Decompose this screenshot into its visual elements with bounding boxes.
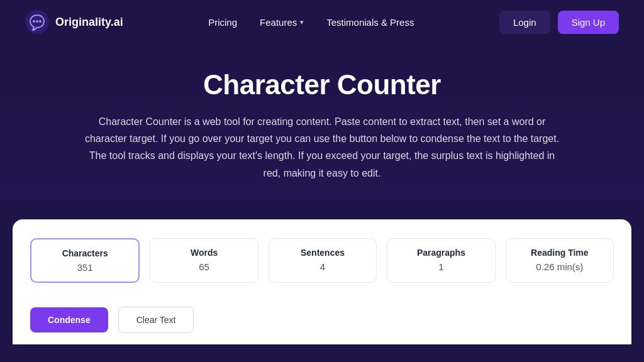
logo-icon xyxy=(25,10,49,34)
condense-button[interactable]: Condense xyxy=(30,307,108,332)
stat-characters-label: Characters xyxy=(42,248,128,258)
stat-words-value: 65 xyxy=(160,261,247,272)
svg-point-1 xyxy=(33,20,35,23)
stat-paragraphs[interactable]: Paragraphs 1 xyxy=(387,238,495,283)
tool-card: Characters 351 Words 65 Sentences 4 Para… xyxy=(13,219,631,295)
svg-point-2 xyxy=(36,20,38,23)
stat-paragraphs-label: Paragraphs xyxy=(397,248,484,258)
stat-paragraphs-value: 1 xyxy=(397,261,484,272)
nav-testimonials[interactable]: Testimonials & Press xyxy=(326,17,414,28)
stat-words[interactable]: Words 65 xyxy=(150,238,258,283)
stat-reading-time-value: 0.26 min(s) xyxy=(516,261,603,272)
nav-pricing[interactable]: Pricing xyxy=(208,17,237,28)
stat-characters-value: 351 xyxy=(42,262,128,273)
stat-reading-time-label: Reading Time xyxy=(516,248,603,258)
nav-links: Pricing Features ▾ Testimonials & Press xyxy=(208,17,414,28)
stat-words-label: Words xyxy=(160,248,247,258)
clear-text-button[interactable]: Clear Text xyxy=(118,307,194,333)
navbar: Originality.ai Pricing Features ▾ Testim… xyxy=(0,0,644,44)
bottom-strip: Condense Clear Text xyxy=(13,295,631,344)
nav-features[interactable]: Features ▾ xyxy=(260,17,304,28)
stat-reading-time[interactable]: Reading Time 0.26 min(s) xyxy=(506,238,614,283)
stat-sentences[interactable]: Sentences 4 xyxy=(269,238,377,283)
page-title: Character Counter xyxy=(75,69,569,101)
hero-section: Character Counter Character Counter is a… xyxy=(0,44,644,200)
hero-description: Character Counter is a web tool for crea… xyxy=(83,113,561,182)
stat-sentences-label: Sentences xyxy=(279,248,366,258)
stat-sentences-value: 4 xyxy=(279,261,366,272)
signup-button[interactable]: Sign Up xyxy=(558,11,619,34)
stat-characters[interactable]: Characters 351 xyxy=(30,238,140,283)
logo[interactable]: Originality.ai xyxy=(25,10,123,34)
login-button[interactable]: Login xyxy=(499,11,550,34)
chevron-down-icon: ▾ xyxy=(300,18,304,26)
svg-point-3 xyxy=(39,20,42,23)
stats-row: Characters 351 Words 65 Sentences 4 Para… xyxy=(30,238,614,283)
nav-features-label: Features xyxy=(260,17,297,28)
nav-actions: Login Sign Up xyxy=(499,11,619,34)
logo-text: Originality.ai xyxy=(55,16,123,29)
